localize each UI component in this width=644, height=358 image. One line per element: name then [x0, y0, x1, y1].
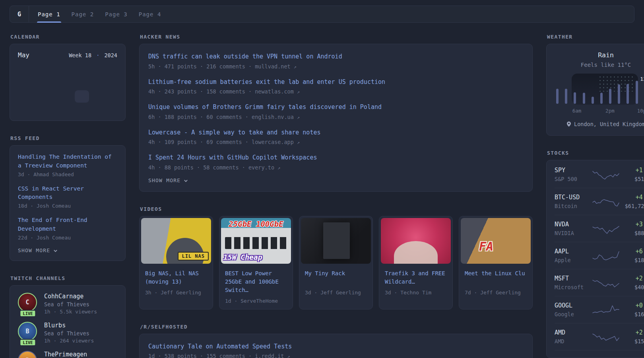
stock-name: AMD	[555, 338, 592, 344]
video-thumbnail[interactable]: FA	[461, 218, 531, 264]
feed-item-meta: 1d · 538 points · 155 comments · i.redd.…	[148, 353, 524, 358]
video-title[interactable]: Meet the Linux Clu	[465, 269, 527, 286]
stocks-title: STOCKS	[547, 150, 644, 156]
calendar-weekday	[103, 65, 117, 72]
feed-item-stats: 6h · 188 points · 60 comments ·	[148, 114, 248, 120]
twitch-channel-row[interactable]: P ThePrimeagen	[18, 351, 117, 358]
feed-item-title[interactable]: Cautionary Tale on Automated Speed Tests	[148, 342, 524, 351]
weather-bar	[609, 89, 611, 104]
stock-change: +0.10%	[620, 302, 644, 309]
feed-item-title[interactable]: I Spent 24 Hours with GitHub Copilot Wor…	[148, 153, 524, 162]
weather-bar	[592, 97, 594, 104]
calendar-day	[89, 78, 103, 90]
nav-tab[interactable]: Page 4	[139, 6, 161, 22]
calendar-day	[46, 78, 60, 90]
feed-item-stats: 5h · 471 points · 216 comments ·	[148, 63, 252, 70]
twitch-channel-game: Sea of Thieves	[44, 301, 97, 307]
rss-show-more-button[interactable]: SHOW MORE	[18, 247, 117, 253]
feed-item-source-link[interactable]: mullvad.net ↗	[255, 63, 297, 70]
stock-row[interactable]: MSFT Microsoft +2.16% $406.43	[555, 269, 644, 296]
video-title[interactable]: Big NAS, Lil NAS (moving 13)	[145, 269, 207, 286]
calendar-widget: CALENDAR May Week 18 · 2024	[10, 34, 126, 121]
feed-item-source-link[interactable]: i.redd.it ↗	[255, 353, 290, 358]
twitch-channel-name: Blurbs	[44, 322, 94, 329]
stock-values: +2.16% $406.43	[620, 275, 644, 290]
weather-bar	[556, 89, 559, 104]
feed-item-title[interactable]: DNS traffic can leak outside the VPN tun…	[148, 52, 524, 61]
stock-row[interactable]: GOOGL Google +0.10% $166.78	[555, 296, 644, 323]
feed-item-stats: 1d · 538 points · 155 comments ·	[148, 353, 252, 358]
stock-sparkline	[592, 330, 620, 344]
rss-item-title[interactable]: Handling The Indentation of a Treeview C…	[18, 153, 117, 170]
stock-sparkline	[592, 249, 620, 263]
stock-name: S&P 500	[555, 176, 592, 182]
weather-bar	[627, 84, 629, 104]
nav-tab[interactable]: Page 1	[38, 6, 60, 22]
video-thumbnail[interactable]	[381, 218, 451, 264]
feed-item-meta: 5h · 471 points · 216 comments · mullvad…	[148, 63, 524, 70]
calendar-card: May Week 18 · 2024	[10, 44, 126, 121]
rss-item-title[interactable]: The End of Front-End Development	[18, 216, 117, 233]
stock-id: MSFT Microsoft	[555, 275, 592, 290]
rss-item-meta: 18d · Josh Comeau	[18, 203, 117, 209]
weather-chart: 12°	[556, 80, 644, 104]
stock-row[interactable]: SPY S&P 500 +1.29% $511.57	[555, 161, 644, 188]
twitch-channel-info: ThePrimeagen	[44, 351, 87, 358]
feed-item-title[interactable]: Lowercase - A simple way to take and sha…	[148, 128, 524, 137]
twitch-channel-row[interactable]: B LIVE Blurbs Sea of Thieves 1h · 264 vi…	[18, 322, 117, 344]
rss-item-title[interactable]: CSS in React Server Components	[18, 185, 117, 202]
show-more-label: SHOW MORE	[148, 177, 180, 183]
avatar-ring: P	[18, 351, 37, 358]
weather-bar	[574, 92, 576, 104]
stock-change: +6.87%	[620, 248, 644, 255]
stock-change: +1.29%	[620, 167, 644, 174]
stock-symbol: MSFT	[555, 275, 592, 282]
stock-row[interactable]: AAPL Apple +6.87% $184.91	[555, 242, 644, 269]
hackernews-show-more-button[interactable]: SHOW MORE	[148, 177, 524, 183]
weather-bar	[618, 84, 620, 104]
thumbnail-caption: 15W Cheap	[223, 253, 262, 261]
video-title[interactable]: My Tiny Rack	[305, 269, 367, 286]
nav-tab[interactable]: Page 2	[72, 6, 94, 22]
video-title[interactable]: Traefik 3 and FREE Wildcard…	[385, 269, 447, 286]
stock-row[interactable]: RDDT -1.65%	[555, 350, 644, 358]
calendar-weekday	[32, 65, 47, 72]
stock-values: +0.10% $166.78	[620, 302, 644, 317]
video-body: Meet the Linux Clu 7d · Jeff Geerling	[459, 265, 532, 301]
feed-item-title[interactable]: Lithium-free sodium batteries exit the l…	[148, 78, 524, 87]
time-axis-label: 10pm	[637, 108, 644, 114]
source-domain: i.redd.it	[255, 353, 284, 358]
stock-row[interactable]: BTC-USD Bitcoin +4.40% $61,725.48	[555, 188, 644, 215]
video-thumbnail[interactable]	[301, 218, 371, 264]
stock-row[interactable]: AMD AMD +2.94% $150.45	[555, 323, 644, 350]
feed-item-source-link[interactable]: every.to ↗	[248, 164, 280, 171]
feed-item-source-link[interactable]: lowercase.app ↗	[252, 139, 300, 145]
feed-item-source-link[interactable]: newatlas.com ↗	[255, 88, 300, 95]
weather-title: WEATHER	[547, 34, 644, 40]
top-nav: G Page 1Page 2Page 3Page 4	[10, 6, 634, 23]
stock-sparkline	[592, 303, 620, 317]
avatar-ring: B	[18, 322, 37, 341]
video-title[interactable]: BEST Low Power 25GbE and 100GbE Switch…	[225, 269, 287, 294]
video-meta: 7d · Jeff Geerling	[465, 290, 527, 296]
selfhosted-list: Cautionary Tale on Automated Speed Tests…	[148, 342, 524, 358]
feed-item-title[interactable]: Unique volumes of Brothers Grimm fairy t…	[148, 103, 524, 112]
nav-tab[interactable]: Page 3	[105, 6, 128, 22]
feed-item-meta: 4h · 109 points · 69 comments · lowercas…	[148, 139, 524, 145]
calendar-day	[75, 103, 89, 115]
nav-tab-label: Page 1	[38, 11, 60, 18]
left-column: CALENDAR May Week 18 · 2024	[10, 34, 126, 358]
feed-item: Cautionary Tale on Automated Speed Tests…	[148, 342, 524, 358]
twitch-channel-row[interactable]: C LIVE CohhCarnage Sea of Thieves 1h · 5…	[18, 293, 117, 315]
chevron-down-icon	[53, 249, 58, 253]
calendar-weekday	[75, 65, 89, 72]
app-logo[interactable]: G	[10, 6, 29, 22]
stock-change: +3.52%	[620, 221, 644, 228]
video-thumbnail[interactable]: 25GbE 100GbE15W Cheap	[221, 218, 291, 264]
video-thumbnail[interactable]: LIL NAS	[141, 218, 211, 264]
videos-title: VIDEOS	[140, 206, 533, 212]
rss-title: RSS FEED	[10, 135, 126, 141]
feed-item-source-link[interactable]: english.nv.ua ↗	[252, 114, 300, 120]
stock-row[interactable]: NVDA NVIDIA +3.52% $888.40	[555, 215, 644, 242]
weather-bar	[636, 81, 638, 104]
